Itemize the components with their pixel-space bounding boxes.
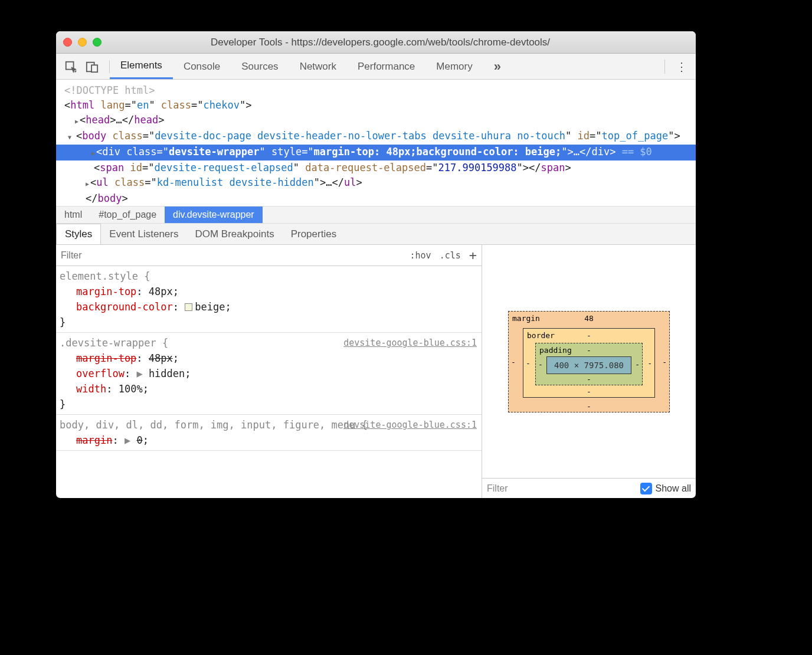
computed-filter-label[interactable]: Filter	[487, 483, 508, 494]
subtab-event-listeners[interactable]: Event Listeners	[101, 224, 186, 244]
box-model[interactable]: margin 48 - - - border - - - - padding	[482, 245, 696, 478]
color-swatch-icon[interactable]	[185, 303, 192, 311]
tab-elements[interactable]: Elements	[110, 54, 173, 79]
cls-toggle[interactable]: .cls	[440, 250, 461, 261]
more-tabs-icon[interactable]: »	[483, 54, 512, 79]
margin-top-value[interactable]: 48	[584, 314, 594, 323]
stylesheet-source[interactable]: devsite-google-blue.css:1	[343, 335, 477, 351]
css-selector[interactable]: element.style {	[60, 268, 477, 284]
svg-rect-2	[91, 65, 97, 72]
tab-performance[interactable]: Performance	[347, 54, 425, 79]
tab-console[interactable]: Console	[173, 54, 231, 79]
dom-html[interactable]: <html lang="en" class="chekov">	[64, 98, 696, 113]
kebab-menu-icon[interactable]: ⋮	[676, 60, 687, 74]
show-all-checkbox[interactable]: Show all	[640, 483, 691, 494]
css-property[interactable]: background-color: beige;	[60, 299, 477, 315]
hov-toggle[interactable]: :hov	[410, 250, 431, 261]
css-property[interactable]: overflow: ▶ hidden;	[60, 366, 477, 381]
bm-padding[interactable]: padding - - - - 400 × 7975.080	[535, 343, 643, 385]
dom-head[interactable]: <head>…</head>	[64, 113, 696, 129]
css-property[interactable]: margin-top: 48px;	[60, 351, 477, 366]
dom-body-close[interactable]: </body>	[64, 191, 696, 206]
devtools-toolbar: Elements Console Sources Network Perform…	[56, 54, 696, 80]
stylesheet-source[interactable]: devsite-google-blue.css:1	[343, 417, 477, 433]
device-toggle-icon[interactable]	[86, 60, 99, 73]
dom-breadcrumb: html #top_of_page div.devsite-wrapper	[56, 206, 696, 224]
traffic-lights	[63, 38, 102, 47]
devtools-window: Developer Tools - https://developers.goo…	[56, 31, 696, 498]
css-property[interactable]: width: 100%;	[60, 381, 477, 397]
dom-doctype[interactable]: <!DOCTYPE html>	[64, 83, 696, 98]
bm-content[interactable]: 400 × 7975.080	[546, 356, 631, 374]
toolbar-right: ⋮	[664, 60, 687, 74]
computed-filter-bar: Filter Show all	[482, 478, 696, 498]
tab-sources[interactable]: Sources	[231, 54, 289, 79]
styles-filter-bar: :hov .cls +	[56, 245, 482, 266]
dom-tree[interactable]: <!DOCTYPE html> <html lang="en" class="c…	[56, 80, 696, 206]
styles-subtabs: Styles Event Listeners DOM Breakpoints P…	[56, 224, 696, 245]
window-title: Developer Tools - https://developers.goo…	[107, 37, 689, 48]
styles-filter-input[interactable]	[61, 250, 410, 261]
inspect-element-icon[interactable]	[64, 60, 77, 73]
close-button[interactable]	[63, 38, 72, 47]
dom-span[interactable]: <span id="devsite-request-elapsed" data-…	[64, 161, 696, 175]
breadcrumb-top[interactable]: #top_of_page	[90, 207, 165, 223]
fullscreen-button[interactable]	[93, 38, 102, 47]
subtab-properties[interactable]: Properties	[283, 224, 345, 244]
dom-ul[interactable]: <ul class="kd-menulist devsite-hidden">……	[64, 175, 696, 191]
breadcrumb-html[interactable]: html	[56, 207, 90, 223]
computed-sidebar: margin 48 - - - border - - - - padding	[482, 245, 696, 498]
bm-border[interactable]: border - - - - padding - - - - 40	[523, 328, 655, 398]
new-style-rule-icon[interactable]: +	[469, 248, 477, 263]
styles-pane: :hov .cls + element.style {margin-top: 4…	[56, 245, 696, 498]
window-titlebar[interactable]: Developer Tools - https://developers.goo…	[56, 31, 696, 54]
bm-margin[interactable]: margin 48 - - - border - - - - padding	[508, 311, 670, 412]
dom-selected-row[interactable]: <div class="devsite-wrapper" style="marg…	[56, 145, 696, 161]
panel-tabs: Elements Console Sources Network Perform…	[110, 54, 512, 79]
css-property[interactable]: margin-top: 48px;	[60, 284, 477, 299]
dom-body-open[interactable]: <body class="devsite-doc-page devsite-he…	[71, 129, 696, 145]
breadcrumb-selected[interactable]: div.devsite-wrapper	[165, 207, 263, 223]
style-rules[interactable]: element.style {margin-top: 48px;backgrou…	[56, 266, 482, 451]
subtab-dom-breakpoints[interactable]: DOM Breakpoints	[186, 224, 282, 244]
minimize-button[interactable]	[78, 38, 87, 47]
checkbox-icon	[640, 483, 652, 494]
styles-left: :hov .cls + element.style {margin-top: 4…	[56, 245, 482, 498]
tab-network[interactable]: Network	[289, 54, 347, 79]
css-property[interactable]: margin: ▶ 0;	[60, 433, 477, 448]
subtab-styles[interactable]: Styles	[56, 224, 101, 244]
tab-memory[interactable]: Memory	[425, 54, 483, 79]
